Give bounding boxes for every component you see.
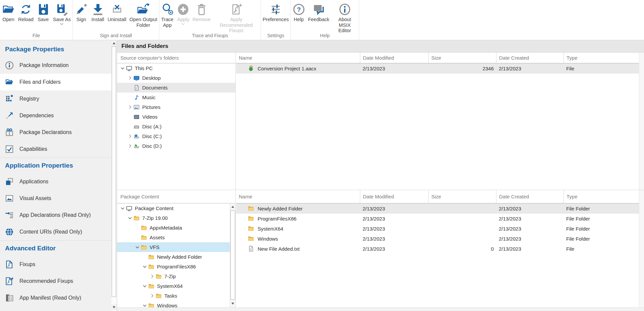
scrollbar-thumb[interactable] bbox=[230, 210, 235, 300]
tree-item-assets[interactable]: Assets bbox=[117, 233, 230, 242]
file-row-windows[interactable]: Windows2/13/20232/13/2023File Folder bbox=[236, 234, 644, 244]
preferences-button[interactable]: Preferences bbox=[261, 2, 290, 22]
save-button[interactable]: Save bbox=[35, 2, 51, 22]
source-list-scrollbar-track[interactable] bbox=[639, 53, 644, 190]
chevron-right-icon[interactable] bbox=[127, 75, 133, 81]
tree-item-music[interactable]: Music bbox=[117, 92, 235, 102]
open-output-folder-button[interactable]: Open Output Folder bbox=[128, 2, 159, 28]
file-size bbox=[428, 204, 496, 213]
tree-item-documents[interactable]: Documents bbox=[117, 83, 235, 92]
column-header-date-modified[interactable]: Date Modified bbox=[360, 53, 428, 63]
tree-item-label: VFS bbox=[150, 244, 159, 250]
visual-assets-icon bbox=[5, 194, 14, 203]
column-header-name[interactable]: Name bbox=[236, 53, 360, 63]
column-header-name[interactable]: Name bbox=[236, 190, 360, 203]
save-as-button[interactable]: Save As bbox=[52, 2, 72, 25]
tree-item-disc-c[interactable]: Disc (C:) bbox=[117, 131, 235, 141]
column-header-size[interactable]: Size bbox=[428, 53, 496, 63]
tree-item-pictures[interactable]: Pictures bbox=[117, 102, 235, 112]
aacx-file-icon bbox=[248, 65, 254, 71]
sidebar-item-recommended-fixups[interactable]: Recommended Fixups bbox=[0, 273, 111, 290]
folder-icon bbox=[148, 264, 154, 270]
tree-item-disc-d[interactable]: Disc (D:) bbox=[117, 141, 235, 151]
column-header-date-created[interactable]: Date Created bbox=[496, 53, 564, 63]
sidebar-scrollbar[interactable] bbox=[111, 40, 117, 311]
tree-item-disc-a[interactable]: Disc (A:) bbox=[117, 122, 235, 131]
chevron-right-icon[interactable] bbox=[127, 104, 133, 110]
tree-item-7-zip[interactable]: 7-Zip bbox=[117, 271, 230, 281]
chevron-right-icon[interactable] bbox=[127, 143, 133, 149]
registry-icon bbox=[5, 95, 14, 103]
package-list-scrollbar-track[interactable] bbox=[639, 190, 644, 307]
sidebar-item-capabilities[interactable]: Capabilities bbox=[0, 141, 111, 158]
install-button[interactable]: Install bbox=[90, 2, 106, 22]
tree-item-windows[interactable]: Windows bbox=[117, 301, 230, 307]
horizontal-scrollbar-track[interactable] bbox=[117, 307, 644, 311]
folder-icon bbox=[141, 244, 147, 250]
sidebar-item-registry[interactable]: Registry bbox=[0, 90, 111, 107]
about-msix-editor-button[interactable]: About MSIX Editor bbox=[331, 2, 359, 33]
file-row-programfilesx86[interactable]: ProgramFilesX862/13/20232/13/2023File Fo… bbox=[236, 213, 644, 224]
sidebar-item-app-manifest-read-only[interactable]: App Manifest (Read Only) bbox=[0, 290, 111, 306]
uninstall-button[interactable]: Uninstall bbox=[106, 2, 128, 22]
sidebar-item-package-declarations[interactable]: Package Declarations bbox=[0, 124, 111, 141]
column-header-type[interactable]: Type bbox=[564, 190, 639, 203]
chevron-down-icon[interactable] bbox=[142, 283, 148, 289]
help-button[interactable]: ?Help bbox=[291, 2, 307, 22]
feedback-button[interactable]: Feedback bbox=[307, 2, 331, 22]
file-row-new-file-added-txt[interactable]: New File Added.txt2/13/202302/13/2023Fil… bbox=[236, 244, 644, 254]
file-size bbox=[428, 224, 496, 234]
scroll-up-button[interactable] bbox=[111, 40, 117, 46]
file-row-conversion-project-1-aacx[interactable]: Conversion Project 1.aacx2/13/202323462/… bbox=[236, 63, 644, 73]
tree-item-vfs[interactable]: VFS bbox=[117, 242, 230, 252]
chevron-down-icon[interactable] bbox=[142, 264, 148, 269]
ribbon-group-file: OpenReloadSaveSave AsFile bbox=[0, 0, 73, 40]
trace-app-button[interactable]: Trace App bbox=[159, 2, 175, 28]
tree-item-label: Music bbox=[142, 95, 155, 100]
sidebar-item-files-and-folders[interactable]: Files and Folders bbox=[0, 74, 111, 90]
chevron-right-icon[interactable] bbox=[127, 133, 133, 139]
scrollbar-thumb[interactable] bbox=[112, 46, 116, 297]
tree-item-appxmetadata[interactable]: AppxMetadata bbox=[117, 223, 230, 233]
tree-item-package-content[interactable]: Package Content bbox=[117, 203, 230, 213]
chevron-right-icon[interactable] bbox=[149, 293, 155, 299]
scroll-up-button[interactable] bbox=[230, 204, 235, 210]
open-button[interactable]: Open bbox=[0, 2, 16, 22]
column-header-type[interactable]: Type bbox=[564, 53, 639, 63]
tree-item-7-zip-19-00[interactable]: 7-Zip 19.00 bbox=[117, 213, 230, 223]
sidebar-item-fixups[interactable]: Fixups bbox=[0, 256, 111, 273]
date-created: 2/13/2023 bbox=[496, 64, 564, 73]
column-header-date-created[interactable]: Date Created bbox=[496, 190, 564, 203]
scroll-down-button[interactable] bbox=[230, 301, 235, 307]
package-tree-scrollbar[interactable] bbox=[230, 204, 235, 307]
chevron-down-icon[interactable] bbox=[142, 303, 148, 307]
chevron-down-icon[interactable] bbox=[135, 244, 140, 250]
sidebar-item-content-uris-read-only[interactable]: Content URIs (Read Only) bbox=[0, 224, 111, 240]
sidebar-item-label: App Declarations (Read Only) bbox=[19, 212, 91, 218]
chevron-down-icon[interactable] bbox=[120, 205, 125, 211]
tree-item-desktop[interactable]: Desktop bbox=[117, 73, 235, 83]
sidebar-item-applications[interactable]: Applications bbox=[0, 173, 111, 190]
sidebar-item-visual-assets[interactable]: Visual Assets bbox=[0, 190, 111, 207]
help-icon: ? bbox=[292, 3, 306, 16]
sidebar-item-dependencies[interactable]: Dependencies bbox=[0, 107, 111, 124]
scroll-down-button[interactable] bbox=[111, 304, 117, 310]
tree-item-videos[interactable]: Videos bbox=[117, 112, 235, 122]
tree-item-systemx64[interactable]: SystemX64 bbox=[117, 281, 230, 291]
reload-button[interactable]: Reload bbox=[17, 2, 35, 22]
column-header-size[interactable]: Size bbox=[428, 190, 496, 203]
file-row-systemx64[interactable]: SystemX642/13/20232/13/2023File Folder bbox=[236, 224, 644, 234]
sign-button[interactable]: Sign bbox=[73, 2, 89, 22]
chevron-down-icon[interactable] bbox=[120, 65, 125, 71]
sidebar-item-package-information[interactable]: Package Information bbox=[0, 57, 111, 74]
tree-item-programfilesx86[interactable]: ProgramFilesX86 bbox=[117, 262, 230, 271]
chevron-right-icon[interactable] bbox=[149, 273, 155, 279]
chevron-down-icon[interactable] bbox=[127, 215, 133, 221]
file-name: New File Added.txt bbox=[258, 246, 300, 252]
column-header-date-modified[interactable]: Date Modified bbox=[360, 190, 428, 203]
tree-item-tasks[interactable]: Tasks bbox=[117, 291, 230, 301]
file-row-newly-added-folder[interactable]: Newly Added Folder2/13/20232/13/2023File… bbox=[236, 203, 644, 213]
tree-item-this-pc[interactable]: This PC bbox=[117, 63, 235, 73]
sidebar-item-app-declarations-read-only[interactable]: App Declarations (Read Only) bbox=[0, 207, 111, 224]
tree-item-newly-added-folder[interactable]: Newly Added Folder bbox=[117, 252, 230, 262]
